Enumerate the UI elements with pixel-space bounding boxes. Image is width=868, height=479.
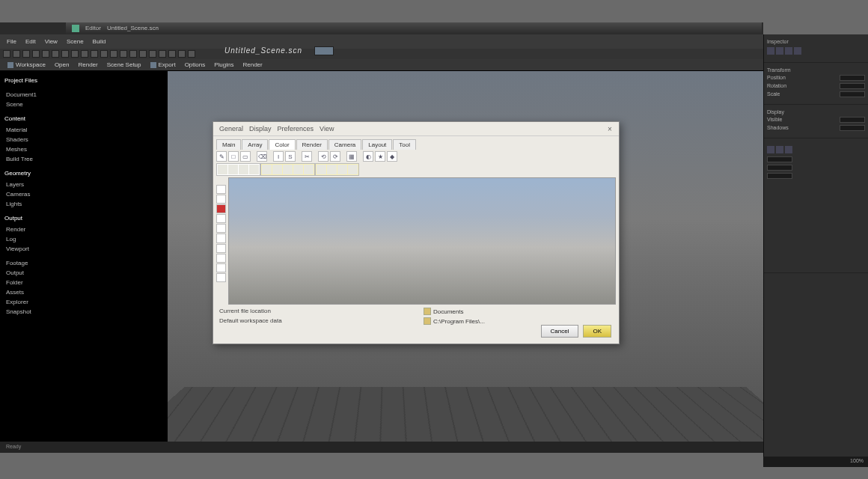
ribbon-options[interactable]: Options — [182, 61, 209, 68]
dialog-preview[interactable] — [228, 177, 616, 305]
list-item[interactable]: Output — [4, 269, 163, 276]
dtab2-tool[interactable]: Tool — [393, 139, 416, 150]
tool-icon[interactable] — [110, 50, 117, 58]
tool-icon[interactable] — [3, 50, 10, 58]
tool-icon[interactable] — [239, 165, 248, 174]
list-item[interactable]: Lights — [4, 201, 163, 207]
swatch-icon[interactable] — [794, 47, 801, 55]
viewport-tab[interactable] — [314, 46, 334, 55]
tool-icon[interactable] — [262, 165, 272, 174]
tool-icon[interactable] — [216, 185, 226, 194]
tool-icon[interactable] — [216, 273, 226, 282]
dtab2-array[interactable]: Array — [242, 139, 268, 150]
menu-file[interactable]: File — [3, 37, 20, 46]
dtab-prefs[interactable]: Preferences — [278, 125, 314, 132]
tool-icon[interactable] — [129, 50, 137, 58]
tool-icon[interactable] — [22, 50, 30, 58]
dtab2-main[interactable]: Main — [216, 139, 241, 150]
list-item[interactable]: Shaders — [4, 136, 163, 143]
tool-icon[interactable] — [100, 50, 108, 58]
list-item[interactable]: Folder — [4, 279, 163, 286]
list-item[interactable]: Scene — [4, 101, 163, 108]
list-item[interactable]: Meshes — [4, 146, 163, 153]
tool-icon[interactable]: □ — [228, 151, 239, 162]
tool-icon[interactable] — [337, 165, 347, 174]
ok-button[interactable]: OK — [583, 325, 611, 338]
tool-icon[interactable] — [327, 165, 337, 174]
tool-icon[interactable] — [304, 165, 314, 174]
dtab2-layout[interactable]: Layout — [362, 139, 392, 150]
tool-icon[interactable] — [216, 234, 226, 242]
value-field[interactable] — [840, 75, 865, 81]
tool-icon[interactable]: ▭ — [240, 151, 251, 162]
tool-icon[interactable] — [32, 50, 40, 58]
menu-view[interactable]: View — [41, 37, 61, 46]
list-item[interactable]: Snapshot — [4, 308, 163, 315]
tool-icon[interactable] — [71, 50, 79, 58]
list-item[interactable]: Footage — [4, 260, 163, 266]
tool-icon[interactable]: ✂ — [302, 151, 312, 162]
menu-scene[interactable]: Scene — [63, 37, 88, 46]
tool-icon[interactable]: ◆ — [387, 151, 397, 162]
tool-icon[interactable] — [249, 165, 259, 174]
tool-icon[interactable]: ▦ — [346, 151, 357, 162]
swatch-icon[interactable] — [785, 47, 792, 55]
tool-icon[interactable]: ✎ — [216, 151, 227, 162]
value-field[interactable] — [840, 91, 865, 97]
dtab-display[interactable]: Display — [249, 125, 272, 132]
tool-icon[interactable]: S — [285, 151, 296, 162]
dtab2-camera[interactable]: Camera — [328, 139, 361, 150]
tool-icon[interactable] — [216, 263, 226, 272]
list-item[interactable]: Build Tree — [4, 156, 163, 162]
ribbon-scenesetup[interactable]: Scene Setup — [104, 61, 144, 68]
ribbon-open[interactable]: Open — [52, 61, 73, 68]
tool-icon[interactable] — [317, 165, 326, 174]
value-field[interactable] — [840, 117, 865, 123]
ribbon-plugins[interactable]: Plugins — [211, 61, 236, 68]
list-item[interactable]: Viewport — [4, 245, 163, 252]
tool-icon[interactable] — [139, 50, 147, 58]
tool-icon[interactable] — [218, 165, 227, 174]
tool-icon[interactable] — [168, 50, 176, 58]
list-item[interactable]: Document1 — [4, 91, 163, 98]
tool-icon[interactable] — [178, 50, 186, 58]
ribbon-workspace[interactable]: Workspace — [4, 61, 49, 68]
tool-icon[interactable] — [216, 214, 226, 223]
dtab-view[interactable]: View — [320, 125, 334, 132]
list-item[interactable]: Layers — [4, 181, 163, 188]
list-item[interactable]: Log — [4, 236, 163, 242]
tool-icon[interactable]: I — [273, 151, 284, 162]
list-item[interactable]: Render — [4, 226, 163, 233]
close-icon[interactable]: × — [605, 125, 614, 134]
tool-icon[interactable] — [348, 165, 358, 174]
value-field[interactable] — [767, 165, 792, 171]
list-item[interactable]: Material — [4, 126, 163, 133]
menu-edit[interactable]: Edit — [22, 37, 40, 46]
tool-icon[interactable] — [13, 50, 20, 58]
value-field[interactable] — [840, 83, 865, 89]
cancel-button[interactable]: Cancel — [541, 325, 579, 338]
tool-icon[interactable] — [293, 165, 303, 174]
tool-icon[interactable] — [159, 50, 166, 58]
tool-icon[interactable] — [120, 50, 127, 58]
swatch-icon[interactable] — [776, 146, 783, 153]
tool-icon[interactable] — [42, 50, 49, 58]
list-item[interactable]: Explorer — [4, 299, 163, 305]
tool-icon[interactable]: ★ — [375, 151, 385, 162]
tool-icon[interactable] — [216, 244, 226, 253]
value-field[interactable] — [840, 125, 865, 131]
tool-icon[interactable] — [61, 50, 69, 58]
tool-icon[interactable]: ⟲ — [318, 151, 328, 162]
ribbon-render2[interactable]: Render — [239, 61, 265, 68]
tool-icon[interactable]: ⌫ — [257, 151, 267, 162]
tool-icon[interactable]: ◐ — [363, 151, 373, 162]
tool-icon[interactable] — [188, 50, 195, 58]
value-field[interactable] — [767, 173, 792, 179]
dtab2-color[interactable]: Color — [269, 139, 295, 150]
tool-icon[interactable] — [228, 165, 238, 174]
list-item[interactable]: Assets — [4, 289, 163, 296]
tool-icon[interactable] — [81, 50, 88, 58]
value-field[interactable] — [767, 156, 792, 162]
tool-icon[interactable] — [52, 50, 59, 58]
swatch-icon[interactable] — [776, 47, 783, 55]
